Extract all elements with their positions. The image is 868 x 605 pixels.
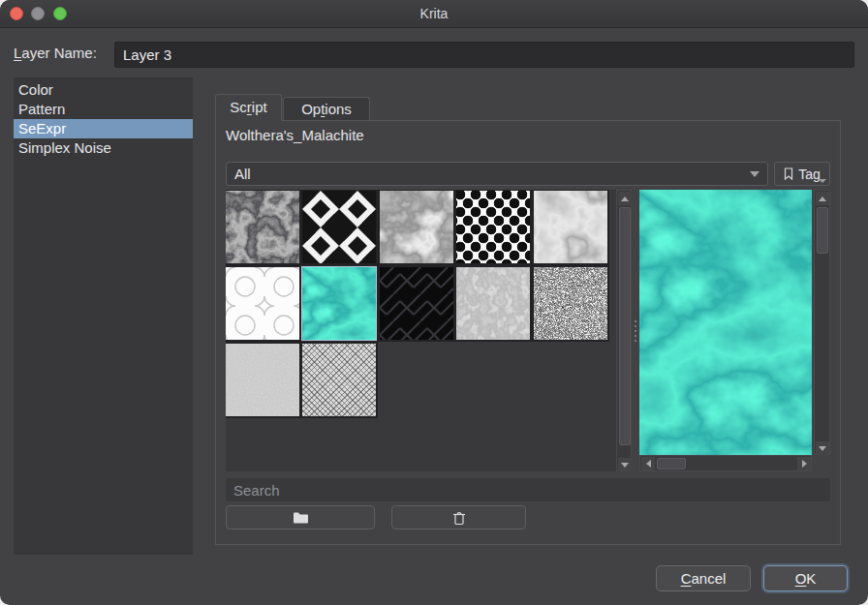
resource-grid: [226, 190, 616, 471]
window-title: Krita: [0, 0, 868, 27]
pattern-thumb-flat-gray-grain[interactable]: [226, 344, 299, 416]
sidebar-item-seexpr[interactable]: SeExpr: [14, 119, 193, 138]
search-input[interactable]: [226, 478, 830, 501]
tag-filter-value: All: [234, 166, 251, 182]
pattern-thumb-gray-concrete[interactable]: [456, 267, 530, 340]
tag-button-label: Tag: [798, 166, 821, 182]
scroll-left-icon[interactable]: [641, 457, 655, 470]
sidebar-item-pattern[interactable]: Pattern: [14, 100, 193, 119]
scroll-down-icon[interactable]: [618, 458, 632, 471]
folder-icon: [293, 511, 309, 525]
tab-script[interactable]: Script: [215, 94, 282, 121]
pattern-thumb-light-crosshatch[interactable]: [302, 344, 376, 416]
pattern-thumb-bw-triangle-mosaic[interactable]: [302, 191, 376, 263]
krita-dialog-window: Krita Layer Name: Color Pattern SeExpr S…: [0, 0, 868, 605]
pattern-thumb-white-truchet-loops[interactable]: [226, 267, 299, 340]
preview-vertical-scrollbar[interactable]: [814, 190, 830, 455]
grid-vertical-scrollbar[interactable]: [616, 190, 632, 471]
selected-resource-name: Wolthera's_Malachite: [226, 127, 364, 143]
scroll-up-icon[interactable]: [618, 192, 632, 205]
layer-name-label: Layer Name:: [14, 45, 97, 61]
generator-list: Color Pattern SeExpr Simplex Noise: [14, 77, 193, 555]
pattern-thumb-bw-polka-dots[interactable]: [456, 191, 530, 263]
preview-vscrollbar-thumb[interactable]: [817, 207, 828, 254]
cancel-button[interactable]: Cancel: [656, 565, 751, 591]
chevron-down-icon: [750, 171, 760, 177]
sidebar-item-color[interactable]: Color: [14, 80, 193, 100]
preview-horizontal-scrollbar[interactable]: [639, 455, 812, 471]
pattern-thumb-dark-speckle[interactable]: [534, 267, 607, 340]
scroll-down-icon[interactable]: [816, 441, 829, 455]
tag-menu-arrow-icon: [819, 179, 826, 183]
pattern-thumb-dark-marble-noise[interactable]: [226, 191, 299, 263]
tab-options[interactable]: Options: [283, 97, 370, 121]
trash-icon: [452, 510, 466, 526]
pattern-thumb-gray-clouds[interactable]: [380, 191, 453, 263]
sidebar-item-simplex-noise[interactable]: Simplex Noise: [14, 138, 193, 158]
import-resource-button[interactable]: [226, 505, 375, 529]
splitter-handle[interactable]: [633, 190, 638, 471]
scroll-up-icon[interactable]: [816, 192, 829, 205]
bookmark-icon: [784, 167, 793, 180]
pattern-thumb-gray-smoke[interactable]: [534, 191, 607, 263]
pattern-thumb-malachite-green[interactable]: [302, 267, 376, 340]
delete-resource-button[interactable]: [391, 505, 526, 529]
resource-preview-image: [639, 190, 812, 455]
script-tab-panel: Wolthera's_Malachite All Tag: [215, 120, 841, 545]
tag-filter-dropdown[interactable]: All: [226, 162, 768, 186]
titlebar[interactable]: Krita: [0, 0, 868, 28]
ok-button[interactable]: OK: [763, 565, 848, 591]
pattern-thumb-black-maze[interactable]: [380, 267, 453, 340]
tag-button[interactable]: Tag: [774, 162, 830, 186]
scroll-right-icon[interactable]: [797, 457, 811, 470]
preview-hscrollbar-thumb[interactable]: [657, 458, 686, 469]
grid-scrollbar-thumb[interactable]: [619, 207, 631, 445]
layer-name-input[interactable]: [114, 42, 854, 68]
